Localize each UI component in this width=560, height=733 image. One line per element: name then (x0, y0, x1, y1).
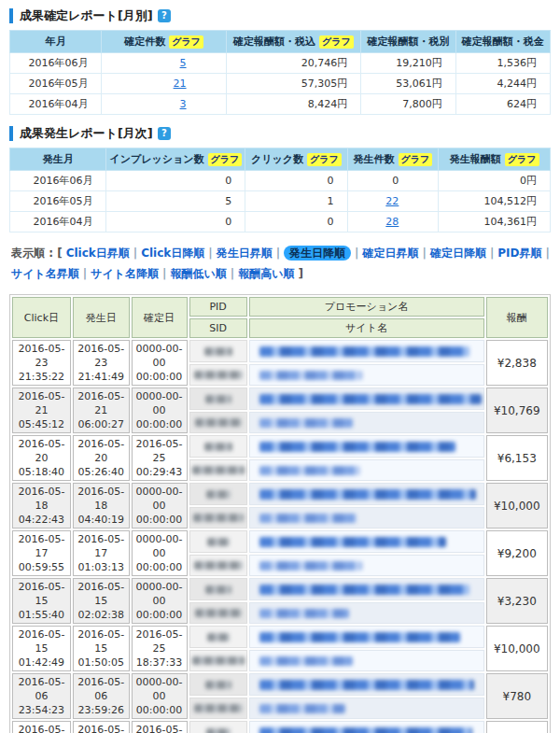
sid-cell (189, 650, 247, 672)
graph-link[interactable]: グラフ (319, 35, 354, 49)
promotion-name-cell[interactable] (249, 530, 484, 553)
confirmed-report-title-text: 成果確定レポート[月別] (20, 8, 153, 23)
sort-option[interactable]: 確定日降順 (430, 247, 486, 260)
click-date-cell: 2016-05-1700:59:55 (12, 530, 71, 576)
tax-cell: 624円 (455, 94, 550, 115)
column-header-pid: PID (189, 297, 247, 317)
promotion-name-cell[interactable] (249, 673, 484, 696)
occurred-date-cell: 2016-05-0623:59:26 (73, 673, 130, 719)
confirmed-count-link[interactable]: 21 (174, 78, 187, 90)
pid-redacted (205, 585, 231, 594)
promotion-name-redacted (259, 632, 460, 642)
graph-link[interactable]: グラフ (169, 35, 203, 49)
sid-cell (189, 364, 247, 387)
pid-cell (189, 626, 247, 648)
promotion-name-redacted (259, 727, 472, 733)
promotion-name-redacted (259, 680, 474, 690)
clicks-cell: 0 (245, 212, 347, 233)
site-name-cell[interactable] (249, 364, 484, 387)
occurred-count-link[interactable]: 28 (385, 216, 399, 228)
column-header-reward: 報酬 (486, 297, 548, 338)
graph-link[interactable]: グラフ (505, 153, 539, 166)
detail-row: 2016-05-1700:59:55 2016-05-1701:03:13 00… (12, 530, 548, 553)
sid-redacted (195, 418, 242, 427)
sid-redacted (195, 609, 242, 617)
occurred-date-cell: 2016-05-2106:00:27 (73, 388, 130, 433)
sid-cell (189, 459, 247, 482)
occurred-date-cell: 2016-05-1501:50:05 (73, 626, 130, 671)
site-name-cell[interactable] (249, 507, 484, 529)
promotion-name-cell[interactable] (249, 483, 484, 505)
reward-cell: ¥2,838 (486, 340, 548, 386)
sort-separator: | (546, 247, 550, 260)
promotion-name-redacted (259, 346, 469, 357)
sort-option[interactable]: 報酬高い順 (238, 267, 294, 280)
site-name-cell[interactable] (249, 602, 484, 625)
sort-option[interactable]: 確定日昇順 (362, 247, 418, 260)
site-name-cell[interactable] (249, 650, 484, 672)
pid-cell (189, 388, 247, 410)
occurred-date-cell: 2016-05-2321:41:49 (73, 340, 130, 386)
sort-separator: | (208, 247, 212, 260)
detail-header-row-top: Click日 発生日 確定日 PID プロモーション名 報酬 (12, 297, 548, 317)
occurred-date-cell: 2016-05-2005:26:40 (73, 435, 130, 481)
promotion-name-cell[interactable] (249, 340, 484, 362)
occurred-count-cell: 0 (347, 171, 439, 191)
sort-option[interactable]: サイト名昇順 (11, 267, 79, 280)
detail-row: 2016-05-1501:55:40 2016-05-1502:02:38 00… (12, 578, 548, 600)
promotion-name-cell[interactable] (249, 388, 484, 410)
site-name-cell[interactable] (249, 459, 484, 482)
help-icon[interactable]: ? (158, 9, 171, 22)
pid-redacted (207, 633, 230, 641)
promotion-name-redacted (259, 585, 469, 595)
promotion-name-cell[interactable] (249, 721, 484, 733)
sort-option[interactable]: 発生日降順 (284, 246, 351, 261)
promotion-name-cell[interactable] (249, 626, 484, 648)
pid-redacted (206, 490, 231, 499)
site-name-redacted (259, 609, 349, 618)
occurred-reward-cell: 104,512円 (439, 191, 551, 212)
reward-tax-excl-cell: 53,061円 (361, 74, 455, 94)
site-name-cell[interactable] (249, 412, 484, 434)
occurred-report-row: 2016年04月 0 0 28 104,361円 (10, 212, 551, 233)
promotion-name-redacted (259, 489, 476, 500)
site-name-cell[interactable] (249, 555, 484, 577)
reward-cell: ¥6,153 (486, 435, 548, 481)
pid-redacted (205, 681, 231, 689)
occurred-report-row: 2016年06月 0 0 0 0円 (10, 171, 551, 191)
promotion-name-cell[interactable] (249, 435, 484, 458)
confirmed-count-link[interactable]: 5 (180, 57, 187, 69)
site-name-redacted (259, 466, 360, 475)
graph-link[interactable]: グラフ (208, 153, 243, 166)
sort-bar-suffix: ] (298, 267, 302, 280)
confirmed-count-link[interactable]: 3 (180, 98, 187, 110)
sort-option[interactable]: Click日昇順 (66, 247, 130, 260)
reward-tax-excl-cell: 19,210円 (361, 53, 455, 74)
sort-option[interactable]: 発生日昇順 (217, 247, 273, 260)
site-name-redacted (259, 656, 353, 666)
sort-option[interactable]: 報酬低い順 (170, 267, 226, 280)
help-icon[interactable]: ? (158, 127, 171, 140)
pid-cell (189, 578, 247, 600)
occurred-date-cell: 2016-05-1701:03:13 (73, 530, 130, 576)
column-header-tax: 確定報酬額・税金 (455, 31, 550, 53)
confirmed-report-row: 2016年04月 3 8,424円 7,800円 624円 (10, 94, 551, 115)
sort-separator: | (162, 267, 166, 280)
occurred-count-link[interactable]: 22 (385, 195, 399, 207)
reward-cell: ¥10,769 (486, 388, 548, 433)
confirmed-report-row: 2016年05月 21 57,305円 53,061円 4,244円 (10, 74, 551, 94)
sort-option[interactable]: サイト名降順 (91, 267, 159, 280)
month-cell: 2016年05月 (10, 191, 106, 212)
graph-link[interactable]: グラフ (399, 153, 433, 166)
sort-option[interactable]: Click日降順 (141, 247, 204, 260)
confirmed-date-cell: 0000-00-0000:00:00 (132, 530, 188, 576)
column-header-occur-count: 発生件数グラフ (347, 148, 439, 171)
sid-cell (189, 602, 247, 625)
sort-option[interactable]: PID昇順 (497, 247, 541, 260)
impressions-cell: 0 (106, 212, 245, 233)
sort-separator: | (133, 247, 137, 260)
graph-link[interactable]: グラフ (307, 153, 342, 166)
confirmed-date-cell: 0000-00-0000:00:00 (132, 388, 188, 433)
promotion-name-cell[interactable] (249, 578, 484, 600)
site-name-cell[interactable] (249, 698, 484, 720)
